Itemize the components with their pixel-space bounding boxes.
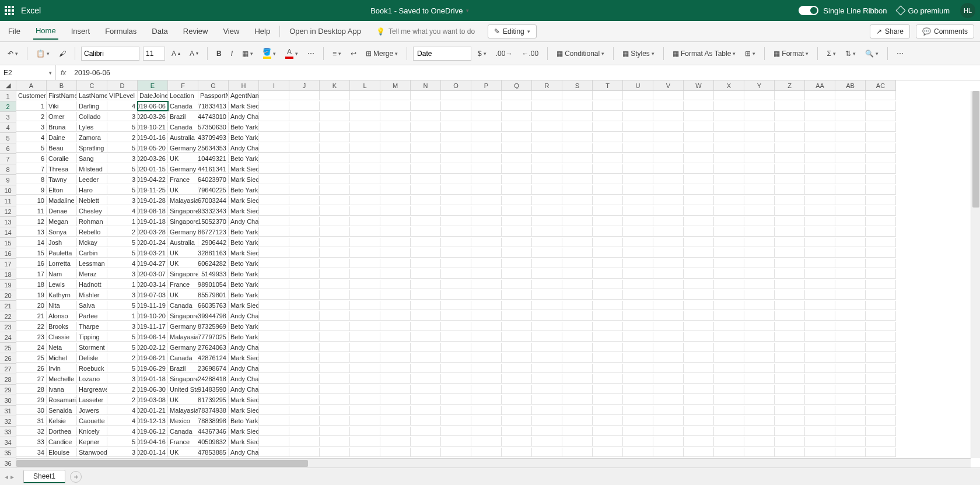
cell[interactable] [411, 206, 441, 216]
cell[interactable] [289, 395, 320, 405]
cell[interactable]: 5 [107, 143, 138, 153]
cell[interactable] [562, 311, 593, 321]
cell[interactable] [775, 332, 805, 342]
cell[interactable]: Australia [168, 133, 198, 142]
cell[interactable] [744, 248, 775, 258]
cell[interactable]: 42876124 [198, 353, 229, 363]
cell[interactable]: 11 [16, 206, 47, 216]
cell[interactable] [866, 343, 896, 352]
cell[interactable] [380, 416, 411, 426]
cell[interactable] [441, 322, 471, 331]
cell[interactable] [289, 353, 320, 363]
menu-tab-help[interactable]: Help [252, 23, 272, 39]
cell[interactable] [835, 217, 866, 226]
cell[interactable] [441, 185, 471, 195]
cell[interactable] [653, 448, 684, 457]
cell[interactable] [805, 112, 835, 121]
cell[interactable]: Mckay [77, 238, 107, 247]
cell[interactable]: 5149933 [198, 269, 229, 279]
cell[interactable] [350, 427, 380, 436]
cell[interactable] [866, 206, 896, 216]
cell[interactable] [532, 143, 562, 153]
cell[interactable] [714, 101, 744, 111]
cell[interactable] [289, 322, 320, 331]
cell[interactable] [441, 238, 471, 247]
cell[interactable] [471, 164, 502, 174]
cell[interactable]: 5 [107, 343, 138, 352]
cell[interactable] [623, 332, 653, 342]
cell[interactable] [471, 185, 502, 195]
cell[interactable] [532, 133, 562, 142]
cell[interactable]: 15 [16, 248, 47, 258]
cell[interactable]: 5 [107, 238, 138, 247]
cell[interactable]: 2019-07-03 [138, 290, 168, 300]
cell[interactable] [471, 217, 502, 226]
cell[interactable]: Andy Champan [229, 385, 259, 394]
cell[interactable] [441, 395, 471, 405]
cell[interactable] [653, 374, 684, 384]
cell[interactable] [744, 395, 775, 405]
cell[interactable] [502, 385, 532, 394]
cell[interactable] [380, 364, 411, 373]
cell[interactable] [471, 91, 502, 100]
row-header[interactable]: 14 [0, 227, 16, 238]
cell[interactable] [714, 175, 744, 184]
cell[interactable]: Canada [168, 301, 198, 310]
cell[interactable] [411, 238, 441, 247]
cell[interactable]: 21 [16, 311, 47, 321]
cell[interactable] [623, 374, 653, 384]
cell[interactable] [259, 122, 289, 132]
cell[interactable] [593, 353, 623, 363]
cell[interactable] [441, 353, 471, 363]
cell[interactable] [714, 269, 744, 279]
cell[interactable] [502, 353, 532, 363]
cell[interactable] [684, 437, 714, 447]
cell[interactable]: 2020-03-26 [138, 154, 168, 163]
cell[interactable] [441, 364, 471, 373]
cell[interactable] [684, 448, 714, 457]
cell[interactable] [562, 238, 593, 247]
cell[interactable] [411, 290, 441, 300]
cell[interactable]: Mark Siedling [229, 353, 259, 363]
cell[interactable] [835, 280, 866, 289]
cell[interactable] [835, 164, 866, 174]
cell[interactable] [744, 311, 775, 321]
cell[interactable] [744, 133, 775, 142]
cell[interactable]: Malayasia [168, 406, 198, 415]
cell[interactable] [653, 322, 684, 331]
cell[interactable] [259, 406, 289, 415]
cell[interactable]: Daine [47, 133, 77, 142]
cell[interactable] [320, 332, 350, 342]
cell[interactable] [411, 154, 441, 163]
cell[interactable] [532, 185, 562, 195]
cell[interactable]: 2019-06-29 [138, 364, 168, 373]
cell[interactable] [320, 196, 350, 205]
cell[interactable]: 57350630 [198, 122, 229, 132]
cell[interactable] [623, 290, 653, 300]
cell[interactable] [562, 448, 593, 457]
cell[interactable] [653, 238, 684, 247]
cell[interactable] [866, 332, 896, 342]
cell[interactable] [289, 385, 320, 394]
cell[interactable] [835, 91, 866, 100]
cell[interactable] [562, 143, 593, 153]
cell[interactable] [289, 437, 320, 447]
cell[interactable] [623, 122, 653, 132]
cell[interactable] [471, 259, 502, 268]
cell[interactable] [775, 385, 805, 394]
cell[interactable] [259, 238, 289, 247]
cell[interactable]: Brooks [47, 322, 77, 331]
cell[interactable]: 67003244 [198, 196, 229, 205]
cell[interactable]: 4 [107, 101, 138, 111]
cell[interactable]: 40509632 [198, 437, 229, 447]
cell[interactable]: Singapore [168, 217, 198, 226]
cell[interactable] [805, 91, 835, 100]
cell[interactable]: 26 [16, 364, 47, 373]
cell[interactable] [835, 448, 866, 457]
cell[interactable] [350, 185, 380, 195]
cell[interactable]: 2020-03-14 [138, 280, 168, 289]
increase-decimal-button[interactable]: ←.00 [519, 48, 541, 59]
cell[interactable]: Madaline [47, 196, 77, 205]
cell[interactable] [562, 427, 593, 436]
cell[interactable]: 2019-11-17 [138, 322, 168, 331]
